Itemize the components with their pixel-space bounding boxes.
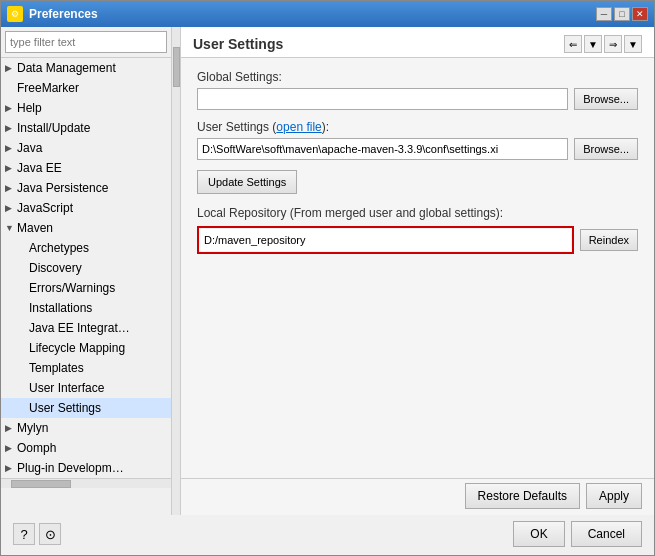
maximize-button[interactable]: □ (614, 7, 630, 21)
sidebar-item-maven[interactable]: ▼ Maven (1, 218, 171, 238)
expand-arrow: ▶ (5, 103, 17, 113)
sidebar-item-label: Plug-in Developm… (17, 461, 124, 475)
sidebar-item-java[interactable]: ▶ Java (1, 138, 171, 158)
help-button[interactable]: ? (13, 523, 35, 545)
expand-arrow: ▶ (5, 443, 17, 453)
preferences-button[interactable]: ⊙ (39, 523, 61, 545)
sidebar-item-install-update[interactable]: ▶ Install/Update (1, 118, 171, 138)
user-settings-browse-button[interactable]: Browse... (574, 138, 638, 160)
main-header: User Settings ⇐ ▼ ⇒ ▼ (181, 27, 654, 58)
vertical-scrollbar[interactable] (171, 27, 180, 515)
scrollbar-thumb (173, 47, 180, 87)
expand-arrow: ▶ (5, 63, 17, 73)
sidebar-item-label: Maven (17, 221, 53, 235)
search-input[interactable] (5, 31, 167, 53)
sidebar-item-plugin-development[interactable]: ▶ Plug-in Developm… (1, 458, 171, 478)
sidebar-item-installations[interactable]: Installations (1, 298, 171, 318)
user-settings-row: Browse... (197, 138, 638, 160)
expand-arrow: ▶ (5, 123, 17, 133)
sidebar-item-label: Errors/Warnings (29, 281, 115, 295)
main-body: Global Settings: Browse... User Settings… (181, 58, 654, 478)
expand-arrow: ▶ (5, 163, 17, 173)
sidebar-item-label: Archetypes (29, 241, 89, 255)
sidebar-item-label: Java Persistence (17, 181, 108, 195)
global-settings-browse-button[interactable]: Browse... (574, 88, 638, 110)
expand-arrow: ▼ (5, 223, 17, 233)
bottom-buttons: ? ⊙ OK Cancel (1, 515, 654, 555)
back-button[interactable]: ⇐ (564, 35, 582, 53)
dropdown-arrow-forward[interactable]: ▼ (624, 35, 642, 53)
dropdown-arrow-back[interactable]: ▼ (584, 35, 602, 53)
sidebar-item-data-management[interactable]: ▶ Data Management (1, 58, 171, 78)
sidebar-tree: ▶ Data Management FreeMarker ▶ Help (1, 27, 171, 515)
sidebar-item-label: Data Management (17, 61, 116, 75)
expand-arrow: ▶ (5, 183, 17, 193)
sidebar-item-label: Java EE Integrat… (29, 321, 130, 335)
user-settings-label: User Settings (open file): (197, 120, 329, 134)
window-icon: ⚙ (7, 6, 23, 22)
title-bar-left: ⚙ Preferences (7, 6, 98, 22)
restore-defaults-button[interactable]: Restore Defaults (465, 483, 580, 509)
close-button[interactable]: ✕ (632, 7, 648, 21)
sidebar-item-errors-warnings[interactable]: Errors/Warnings (1, 278, 171, 298)
reindex-button[interactable]: Reindex (580, 229, 638, 251)
sidebar-item-lifecycle-mapping[interactable]: Lifecycle Mapping (1, 338, 171, 358)
help-icon: ? (20, 527, 27, 542)
sidebar-item-java-ee-integration[interactable]: Java EE Integrat… (1, 318, 171, 338)
sidebar-item-discovery[interactable]: Discovery (1, 258, 171, 278)
content-area: ▶ Data Management FreeMarker ▶ Help (1, 27, 654, 515)
user-settings-input[interactable] (197, 138, 568, 160)
sidebar-item-archetypes[interactable]: Archetypes (1, 238, 171, 258)
tree-area: ▶ Data Management FreeMarker ▶ Help (1, 58, 171, 478)
sidebar-item-templates[interactable]: Templates (1, 358, 171, 378)
footer-left: ? ⊙ (13, 523, 61, 545)
sidebar-item-java-persistence[interactable]: ▶ Java Persistence (1, 178, 171, 198)
sidebar-item-mylyn[interactable]: ▶ Mylyn (1, 418, 171, 438)
sidebar-item-label: Mylyn (17, 421, 48, 435)
page-title: User Settings (193, 36, 283, 52)
sidebar-item-label: User Settings (29, 401, 101, 415)
update-settings-button[interactable]: Update Settings (197, 170, 297, 194)
sidebar-item-java-ee[interactable]: ▶ Java EE (1, 158, 171, 178)
local-repo-row: Reindex (197, 226, 638, 254)
sidebar-item-oomph[interactable]: ▶ Oomph (1, 438, 171, 458)
minimize-button[interactable]: ─ (596, 7, 612, 21)
expand-arrow: ▶ (5, 423, 17, 433)
expand-arrow: ▶ (5, 143, 17, 153)
sidebar: ▶ Data Management FreeMarker ▶ Help (1, 27, 181, 515)
local-repo-label: Local Repository (From merged user and g… (197, 206, 638, 220)
local-repo-input[interactable] (200, 229, 571, 251)
ok-cancel-buttons: OK Cancel (513, 521, 642, 547)
sidebar-item-label: Java EE (17, 161, 62, 175)
local-repo-input-wrapper (197, 226, 574, 254)
title-controls: ─ □ ✕ (596, 7, 648, 21)
horizontal-scrollbar[interactable] (1, 478, 171, 488)
ok-button[interactable]: OK (513, 521, 564, 547)
sidebar-item-label: JavaScript (17, 201, 73, 215)
global-settings-input[interactable] (197, 88, 568, 110)
sidebar-item-help[interactable]: ▶ Help (1, 98, 171, 118)
sidebar-item-label: Discovery (29, 261, 82, 275)
cancel-button[interactable]: Cancel (571, 521, 642, 547)
sidebar-item-label: Installations (29, 301, 92, 315)
sidebar-item-freemaker[interactable]: FreeMarker (1, 78, 171, 98)
preferences-icon: ⊙ (45, 527, 56, 542)
search-box (1, 27, 171, 58)
sidebar-item-label: Help (17, 101, 42, 115)
preferences-window: ⚙ Preferences ─ □ ✕ ▶ Data Management (0, 0, 655, 556)
apply-button[interactable]: Apply (586, 483, 642, 509)
sidebar-item-user-settings[interactable]: User Settings (1, 398, 171, 418)
nav-arrows: ⇐ ▼ ⇒ ▼ (564, 35, 642, 53)
title-bar: ⚙ Preferences ─ □ ✕ (1, 1, 654, 27)
open-file-link[interactable]: open file (276, 120, 321, 134)
main-panel: User Settings ⇐ ▼ ⇒ ▼ Global Settings: B… (181, 27, 654, 515)
global-settings-row: Browse... (197, 88, 638, 110)
sidebar-item-javascript[interactable]: ▶ JavaScript (1, 198, 171, 218)
sidebar-item-user-interface[interactable]: User Interface (1, 378, 171, 398)
sidebar-item-label: User Interface (29, 381, 104, 395)
forward-button[interactable]: ⇒ (604, 35, 622, 53)
action-buttons-row: Restore Defaults Apply (181, 478, 654, 515)
sidebar-item-label: Templates (29, 361, 84, 375)
sidebar-item-label: Lifecycle Mapping (29, 341, 125, 355)
sidebar-item-label: FreeMarker (17, 81, 79, 95)
